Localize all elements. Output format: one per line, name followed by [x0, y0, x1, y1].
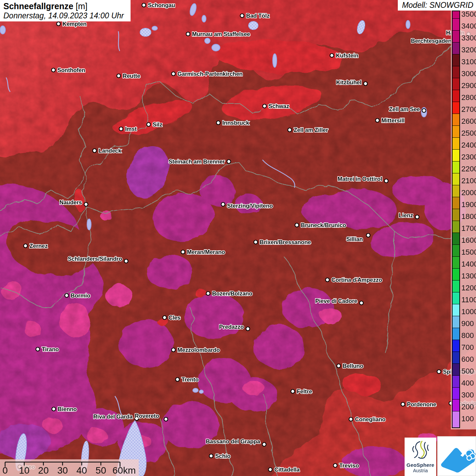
city-marker	[84, 203, 88, 206]
colorbar-swatch	[453, 388, 459, 400]
city-marker	[52, 68, 55, 72]
colorbar-swatch	[453, 292, 459, 304]
city-label: Sillian	[346, 236, 363, 242]
city-label: Meran/Merano	[187, 249, 225, 255]
colorbar-value: 1800	[461, 213, 476, 220]
colorbar-value: 2600	[461, 118, 476, 125]
city-marker	[330, 54, 334, 57]
colorbar-swatch	[453, 138, 459, 150]
city-label: Schio	[215, 453, 231, 459]
city-marker	[221, 203, 225, 206]
city: Sterzing/Vipiteno	[221, 203, 273, 209]
colorbar-swatch	[453, 316, 459, 328]
city-marker	[172, 72, 175, 76]
city-marker	[269, 468, 272, 472]
colorbar-swatch	[453, 19, 459, 31]
city-label: Mittersill	[381, 117, 405, 123]
city: Murnau am Staffelsee	[186, 31, 250, 37]
city-label: Rovereto	[135, 413, 159, 419]
city-label: Berchtesgaden	[411, 38, 452, 44]
colorbar-swatch	[453, 185, 459, 197]
city-marker	[337, 364, 341, 368]
city-label: Garmisch-Partenkirchen	[177, 71, 243, 77]
city-label: Cles	[169, 314, 181, 321]
colorbar-value: 2800	[461, 94, 476, 101]
city-marker	[186, 32, 190, 36]
map-title-box: Schneefallgrenze [m] Donnerstag, 14.09.2…	[0, 0, 131, 21]
colorbar-swatch	[453, 209, 459, 221]
colorbar-swatch	[453, 269, 459, 280]
colorbar-value: 1000	[461, 308, 476, 316]
city-label: Innsbruck	[222, 120, 250, 126]
city-marker	[246, 327, 250, 331]
city: Berchtesgaden	[411, 38, 452, 44]
city: Silz	[147, 121, 163, 128]
colorbar-value: 300	[461, 391, 474, 399]
colorbar-value: 1200	[461, 284, 476, 292]
city-label: Kufstein	[336, 52, 358, 58]
colorbar-swatch	[453, 411, 459, 427]
scalebar-label: 10	[19, 465, 30, 476]
page-title: Schneefallgrenze [m]	[3, 1, 127, 11]
city-marker	[206, 292, 210, 295]
city: Garmisch-Partenkirchen	[172, 71, 243, 77]
colorbar-value: 600	[461, 356, 474, 363]
geosphere-wordmark: GeoSphere	[405, 462, 436, 468]
colorbar-swatch	[453, 11, 459, 19]
city-marker	[295, 223, 299, 227]
geosphere-contours-icon	[410, 440, 431, 461]
city-label: Zell am See	[389, 106, 420, 112]
colorbar-value: 2100	[461, 177, 476, 185]
city-marker	[422, 109, 426, 113]
scalebar-label: 50	[96, 465, 106, 476]
city-marker	[263, 104, 267, 108]
map-scalebar: 0102030405060km	[0, 459, 139, 476]
city-marker	[209, 454, 213, 458]
city-label: Cittadella	[274, 466, 300, 473]
elevation-colorbar: 3500340033003200310030002900280027002600…	[451, 10, 476, 429]
colorbar-value: 3100	[461, 58, 476, 66]
colorbar-swatch	[453, 304, 459, 316]
colorbar-swatch	[453, 31, 459, 42]
city-marker	[124, 259, 128, 263]
city-marker	[93, 149, 97, 153]
scalebar-label: 40	[76, 465, 87, 476]
city: Brixen/Bressanone	[254, 239, 311, 245]
colorbar-value: 500	[461, 368, 474, 375]
city-marker	[385, 179, 388, 183]
colorbar-value: 1700	[461, 225, 476, 232]
city-marker	[360, 301, 363, 305]
city-marker	[163, 316, 167, 320]
colorbar-swatch	[453, 162, 459, 173]
city-label: Pordenone	[407, 401, 436, 407]
city-label: Pieve di Cadore	[315, 298, 357, 304]
colorbar-value: 2900	[461, 82, 476, 89]
scalebar-label: 20	[38, 465, 49, 476]
city-marker	[57, 22, 61, 26]
city-label: Lienz	[399, 212, 413, 218]
colorbar-value: 2500	[461, 130, 476, 137]
colorbar-value: 2400	[461, 141, 476, 149]
colorbar-value: 200	[461, 403, 474, 411]
city: Mezzolombardo	[172, 347, 220, 353]
partner-logo-box	[437, 436, 476, 476]
scalebar-label: 60km	[113, 465, 136, 476]
colorbar-swatch	[453, 54, 459, 66]
city: Cortina d'Ampezzo	[326, 277, 382, 283]
product-name: Schneefallgrenze	[3, 1, 73, 11]
colorbar-swatch	[453, 114, 459, 126]
city: Steinach am Brenner	[169, 158, 231, 165]
colorbar-swatch	[453, 126, 459, 138]
city-marker	[326, 278, 329, 282]
colorbar-swatch	[453, 376, 459, 388]
city-marker	[119, 127, 123, 131]
city-marker	[254, 240, 258, 244]
city-label: Predazzo	[219, 324, 244, 330]
city-label: Sterzing/Vipiteno	[227, 203, 273, 209]
colorbar-value: 1600	[461, 237, 476, 244]
city-label: Schongau	[148, 2, 175, 8]
city-label: Sonthofen	[57, 67, 85, 73]
scalebar-label: 30	[57, 465, 68, 476]
city-marker	[291, 390, 295, 393]
colorbar-swatch	[453, 233, 459, 245]
